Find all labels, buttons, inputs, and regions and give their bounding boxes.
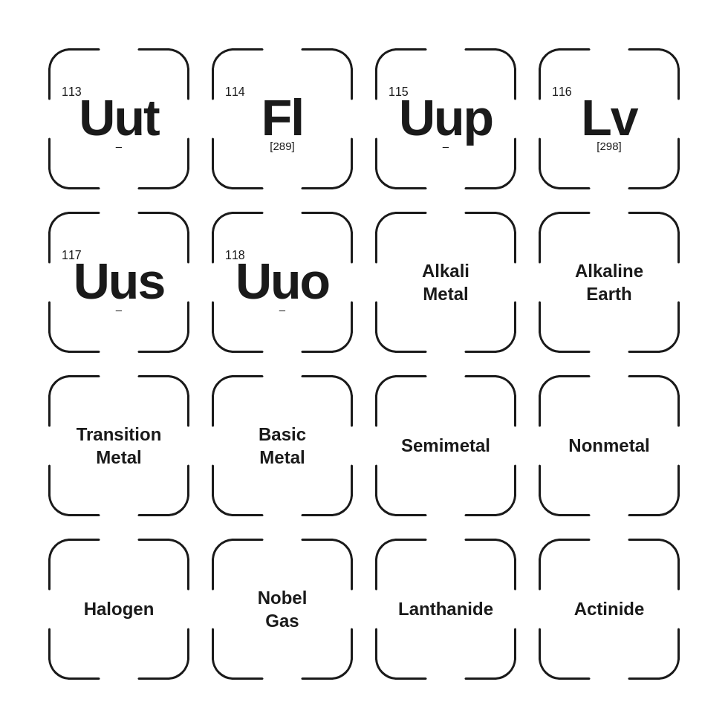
element-symbol-uuo: Uuo <box>235 256 329 306</box>
cell-uus: 117Uus– <box>48 212 189 353</box>
cell-nobel-gas: NobelGas <box>212 539 353 680</box>
cell-uut: 113Uut– <box>48 48 189 189</box>
cell-fl: 114Fl[289] <box>212 48 353 189</box>
cell-lanthanide: Lanthanide <box>375 539 516 680</box>
category-label-lanthanide: Lanthanide <box>398 597 493 620</box>
category-label-alkaline-earth: AlkalineEarth <box>575 259 643 305</box>
cell-basic-metal: BasicMetal <box>212 375 353 516</box>
cell-transition-metal: TransitionMetal <box>48 375 189 516</box>
element-mass-uuo: – <box>279 303 285 316</box>
category-label-nonmetal: Nonmetal <box>568 434 649 457</box>
cell-alkali-metal: AlkaliMetal <box>375 212 516 353</box>
element-number-lv: 116 <box>552 86 572 98</box>
category-label-nobel-gas: NobelGas <box>258 586 308 632</box>
periodic-icon-grid: 113Uut– 114Fl[289] <box>19 19 709 709</box>
cell-nonmetal: Nonmetal <box>539 375 680 516</box>
cell-uuo: 118Uuo– <box>212 212 353 353</box>
category-label-basic-metal: BasicMetal <box>259 423 306 469</box>
cell-alkaline-earth: AlkalineEarth <box>539 212 680 353</box>
element-symbol-uus: Uus <box>74 256 164 306</box>
element-mass-uus: – <box>116 303 122 316</box>
category-label-semimetal: Semimetal <box>401 434 490 457</box>
category-label-halogen: Halogen <box>84 597 155 620</box>
cell-actinide: Actinide <box>539 539 680 680</box>
category-label-alkali-metal: AlkaliMetal <box>422 259 469 305</box>
element-mass-lv: [298] <box>597 140 621 152</box>
element-mass-uup: – <box>443 140 449 152</box>
category-label-transition-metal: TransitionMetal <box>77 423 162 469</box>
cell-semimetal: Semimetal <box>375 375 516 516</box>
cell-lv: 116Lv[298] <box>539 48 680 189</box>
element-mass-uut: – <box>116 140 122 152</box>
element-symbol-uup: Uup <box>399 92 493 143</box>
element-symbol-uut: Uut <box>79 92 158 143</box>
element-mass-fl: [289] <box>270 140 294 152</box>
cell-halogen: Halogen <box>48 539 189 680</box>
category-label-actinide: Actinide <box>574 597 645 620</box>
element-symbol-lv: Lv <box>581 92 637 143</box>
cell-uup: 115Uup– <box>375 48 516 189</box>
element-number-fl: 114 <box>225 86 245 98</box>
element-symbol-fl: Fl <box>261 92 303 143</box>
